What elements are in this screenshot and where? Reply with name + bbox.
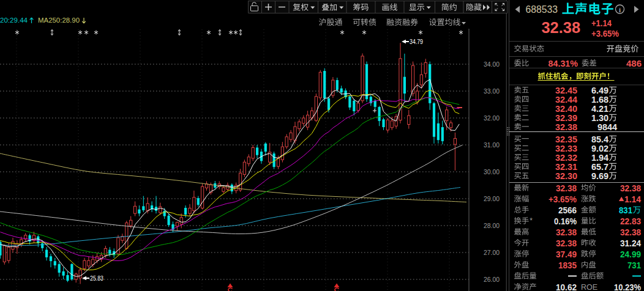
svg-text:22.83: 22.83	[620, 216, 641, 226]
svg-text:28.00: 28.00	[484, 222, 500, 229]
svg-text:10.62: 10.62	[556, 282, 577, 291]
svg-text:+1.14: +1.14	[591, 18, 612, 28]
svg-text:37.49: 37.49	[556, 249, 577, 259]
svg-text:31.00: 31.00	[484, 141, 500, 149]
svg-text:32.38: 32.38	[620, 227, 641, 237]
svg-text:32.38: 32.38	[620, 183, 641, 193]
svg-text:831: 831	[619, 205, 632, 215]
svg-text:32.00: 32.00	[484, 114, 500, 122]
svg-text:33.00: 33.00	[484, 87, 500, 95]
svg-text:731: 731	[627, 260, 641, 270]
svg-text:32.38: 32.38	[556, 238, 577, 248]
svg-text:i: i	[619, 6, 621, 13]
svg-text:34.79: 34.79	[410, 38, 423, 45]
svg-text:10.23%: 10.23%	[614, 282, 641, 291]
svg-text:27.00: 27.00	[484, 249, 500, 256]
svg-text:9.69: 9.69	[591, 171, 608, 181]
svg-text:2566: 2566	[558, 205, 577, 215]
svg-text:32.38: 32.38	[556, 183, 577, 193]
svg-text:20:29.44: 20:29.44	[0, 17, 28, 24]
svg-text:MA250:28.90: MA250:28.90	[38, 17, 80, 24]
svg-text:31.24: 31.24	[620, 238, 642, 248]
svg-text:ROE: ROE	[581, 283, 597, 291]
svg-text:34.00: 34.00	[484, 61, 500, 68]
svg-text:29.00: 29.00	[484, 195, 500, 202]
svg-text:32.38: 32.38	[555, 122, 577, 132]
svg-text:486: 486	[626, 58, 642, 68]
svg-text:24.99: 24.99	[620, 249, 641, 259]
svg-text:+3.65%: +3.65%	[591, 28, 619, 39]
svg-text:9844: 9844	[597, 122, 618, 132]
svg-text:688533: 688533	[526, 4, 558, 15]
svg-text:0.16%: 0.16%	[554, 216, 577, 226]
svg-text:26.00: 26.00	[484, 276, 500, 283]
svg-text:*: *	[530, 216, 533, 225]
svg-text:25.83: 25.83	[90, 274, 103, 282]
svg-text:30.00: 30.00	[484, 168, 500, 175]
svg-text:1.14: 1.14	[624, 194, 642, 204]
svg-text:84.31%: 84.31%	[549, 58, 578, 68]
svg-text:32.38: 32.38	[556, 227, 577, 237]
svg-text:1835: 1835	[558, 260, 577, 270]
svg-text:32.38: 32.38	[542, 18, 581, 37]
svg-text:+3.65%: +3.65%	[549, 194, 577, 204]
svg-text:32.30: 32.30	[555, 171, 577, 181]
